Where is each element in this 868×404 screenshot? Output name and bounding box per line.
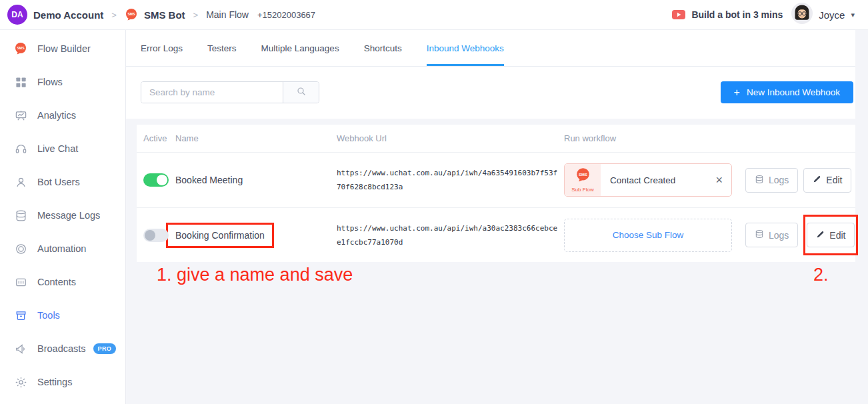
sidebar-item-label: Contents — [37, 277, 76, 287]
edit-button[interactable]: Edit — [807, 223, 855, 247]
run-workflow-cell: Choose Sub Flow — [564, 219, 745, 252]
sms-bubble-icon: SMS — [14, 42, 27, 55]
close-icon[interactable]: × — [707, 164, 731, 196]
sidebar-item-label: Flows — [37, 77, 63, 87]
sms-bubble-icon: SMS — [575, 167, 591, 185]
edit-button[interactable]: Edit — [803, 168, 851, 193]
sidebar-item-bot-users[interactable]: Bot Users — [0, 165, 125, 199]
table-row: Booked Meeting https://www.uchat.com.au/… — [137, 153, 855, 207]
sub-flow-type-label: Sub Flow — [571, 187, 593, 193]
sidebar-item-flows[interactable]: Flows — [0, 65, 125, 99]
archive-box-icon — [14, 309, 27, 322]
sidebar-item-label: Flow Builder — [37, 43, 91, 54]
rings-icon — [14, 242, 27, 255]
tabs-section: Error Logs Testers Multiple Languages Sh… — [126, 30, 855, 119]
column-header-active: Active — [143, 133, 175, 143]
new-webhook-label: New Inbound Webhook — [747, 87, 840, 97]
logs-label: Logs — [769, 230, 789, 241]
annotation-step-1: 1. give a name and save — [157, 265, 353, 285]
svg-text:SMS: SMS — [17, 46, 25, 50]
plus-icon: + — [734, 87, 740, 99]
sidebar-item-analytics[interactable]: Analytics — [0, 99, 125, 132]
sidebar-item-label: Message Logs — [37, 210, 100, 221]
sidebar-item-label: Automation — [37, 243, 86, 254]
tab-bar: Error Logs Testers Multiple Languages Sh… — [126, 30, 855, 67]
webhook-url: https://www.uchat.com.au/api/iwh/4a63549… — [337, 166, 564, 194]
tab-multiple-languages[interactable]: Multiple Languages — [261, 30, 339, 66]
toggle-knob — [157, 175, 167, 185]
breadcrumb-flow[interactable]: Main Flow — [206, 9, 249, 20]
top-header: DA Demo Account > SMS SMS Bot > Main Flo… — [0, 0, 868, 30]
card-icon — [14, 275, 27, 289]
webhook-url-line: 70f628c8bcd123a — [337, 180, 564, 194]
sidebar-item-message-logs[interactable]: Message Logs — [0, 199, 125, 232]
sub-flow-chip[interactable]: SMS Sub Flow Contact Created × — [564, 163, 732, 197]
headset-icon — [14, 142, 27, 155]
table-header-row: Active Name Webhook Url Run workflow — [137, 125, 855, 153]
sidebar-item-live-chat[interactable]: Live Chat — [0, 132, 125, 165]
edit-label: Edit — [826, 175, 842, 185]
tab-shortcuts[interactable]: Shortcuts — [364, 30, 402, 66]
breadcrumb-account[interactable]: Demo Account — [33, 9, 103, 21]
pencil-icon — [813, 175, 821, 185]
actions-cell: Logs Edit — [745, 215, 858, 255]
analytics-icon — [14, 109, 27, 122]
sidebar-item-tools[interactable]: Tools — [0, 299, 125, 332]
logs-icon — [755, 175, 764, 186]
breadcrumb-separator: > — [111, 10, 117, 20]
sidebar-item-flow-builder[interactable]: SMS Flow Builder — [0, 32, 125, 65]
sidebar: SMS Flow Builder Flows Analytics Live Ch… — [0, 30, 126, 404]
user-avatar — [791, 3, 813, 27]
sidebar-item-contents[interactable]: Contents — [0, 265, 125, 299]
sms-bot-icon: SMS — [125, 8, 138, 21]
sidebar-item-label: Broadcasts — [37, 343, 86, 354]
search-group — [141, 81, 319, 103]
breadcrumb-separator-2: > — [193, 10, 199, 20]
account-avatar[interactable]: DA — [7, 5, 27, 25]
column-header-name: Name — [175, 133, 337, 143]
webhook-url-line: https://www.uchat.com.au/api/iwh/a30ac23… — [337, 221, 564, 235]
search-input[interactable] — [141, 82, 283, 103]
active-toggle[interactable] — [143, 229, 169, 242]
main-content: Error Logs Testers Multiple Languages Sh… — [126, 30, 868, 404]
user-menu[interactable]: Joyce ▾ — [791, 3, 855, 27]
build-bot-video-link[interactable]: Build a bot in 3 mins — [672, 8, 783, 21]
pro-badge: PRO — [93, 343, 117, 354]
sidebar-item-settings[interactable]: Settings — [0, 365, 125, 399]
edit-label: Edit — [829, 230, 845, 241]
webhook-name: Booked Meeting — [175, 175, 337, 185]
active-toggle[interactable] — [143, 173, 169, 187]
sidebar-item-label: Analytics — [37, 110, 76, 121]
youtube-icon — [672, 8, 685, 21]
breadcrumb-bot[interactable]: SMS Bot — [144, 9, 185, 21]
svg-text:SMS: SMS — [579, 173, 587, 177]
logs-button[interactable]: Logs — [745, 168, 798, 193]
table-row: Booking Confirmation https://www.uchat.c… — [137, 207, 855, 262]
toolbar: + New Inbound Webhook — [126, 67, 855, 119]
webhook-url: https://www.uchat.com.au/api/iwh/a30ac23… — [337, 221, 564, 249]
webhook-url-line: https://www.uchat.com.au/api/iwh/4a63549… — [337, 166, 564, 180]
tab-testers[interactable]: Testers — [207, 30, 237, 66]
user-name: Joyce — [819, 9, 845, 21]
logs-icon — [755, 229, 764, 241]
sidebar-item-broadcasts[interactable]: Broadcasts PRO — [0, 332, 125, 365]
search-icon — [296, 86, 307, 99]
webhook-url-line: e1fccbc77a1070d — [337, 235, 564, 249]
bot-phone-number: +15202003667 — [257, 10, 315, 20]
logs-button[interactable]: Logs — [745, 223, 798, 247]
database-icon — [14, 209, 27, 222]
toggle-knob — [145, 230, 155, 241]
tab-inbound-webhooks[interactable]: Inbound Webhooks — [427, 30, 504, 66]
column-header-webhook-url: Webhook Url — [337, 133, 564, 143]
new-inbound-webhook-button[interactable]: + New Inbound Webhook — [721, 81, 853, 103]
tab-error-logs[interactable]: Error Logs — [141, 30, 183, 66]
search-button[interactable] — [283, 82, 319, 103]
webhooks-table: Active Name Webhook Url Run workflow Boo… — [137, 125, 855, 262]
sidebar-item-label: Bot Users — [37, 177, 80, 187]
actions-cell: Logs Edit — [745, 168, 851, 193]
annotation-step-2: 2. — [813, 265, 829, 285]
active-cell — [143, 173, 175, 187]
video-link-label: Build a bot in 3 mins — [691, 9, 783, 20]
sidebar-item-automation[interactable]: Automation — [0, 232, 125, 265]
choose-sub-flow-button[interactable]: Choose Sub Flow — [564, 219, 732, 252]
